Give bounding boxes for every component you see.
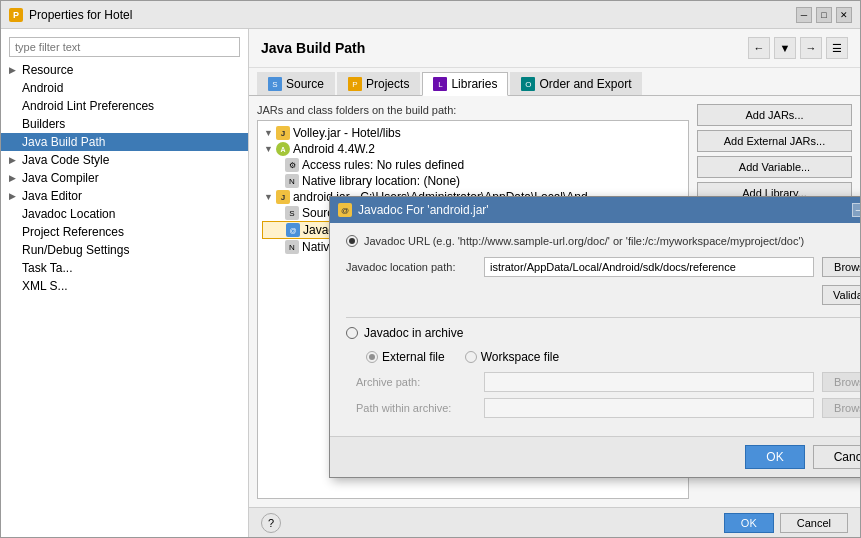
- external-file-option: External file: [366, 350, 445, 364]
- validate-button[interactable]: Validate...: [822, 285, 860, 305]
- tree-item[interactable]: ▼ A Android 4.4W.2: [262, 141, 684, 157]
- dialog-cancel-button[interactable]: Cancel: [813, 445, 860, 469]
- content-area: JARs and class folders on the build path…: [249, 96, 860, 507]
- archive-section: Archive path: Browse... Path within arch…: [346, 372, 860, 418]
- main-content: Java Build Path ← ▼ → ☰ S Source P Proj: [249, 29, 860, 537]
- main-ok-button[interactable]: OK: [724, 513, 774, 533]
- dialog-ok-button[interactable]: OK: [745, 445, 804, 469]
- maximize-button[interactable]: □: [816, 7, 832, 23]
- native-icon2: N: [285, 240, 299, 254]
- minimize-button[interactable]: ─: [796, 7, 812, 23]
- path-within-archive-browse-button: Browse...: [822, 398, 860, 418]
- tab-order-export-label: Order and Export: [539, 77, 631, 91]
- radio-archive-button[interactable]: [346, 327, 358, 339]
- window-icon: P: [9, 8, 23, 22]
- filter-input[interactable]: [9, 37, 240, 57]
- browse-button[interactable]: Browse...: [822, 257, 860, 277]
- add-external-jars-button[interactable]: Add External JARs...: [697, 130, 852, 152]
- archive-path-row: Archive path: Browse...: [356, 372, 860, 392]
- sidebar-item-java-compiler[interactable]: ▶ Java Compiler: [1, 169, 248, 187]
- workspace-file-radio[interactable]: [465, 351, 477, 363]
- tab-bar: S Source P Projects L Libraries O Order …: [249, 68, 860, 96]
- path-input[interactable]: [484, 257, 814, 277]
- tab-order-export[interactable]: O Order and Export: [510, 72, 642, 95]
- tree-arrow-icon: ▼: [264, 192, 273, 202]
- sidebar-item-android-lint[interactable]: Android Lint Preferences: [1, 97, 248, 115]
- dropdown-button[interactable]: ▼: [774, 37, 796, 59]
- tree-item[interactable]: ▼ J Volley.jar - Hotel/libs: [262, 125, 684, 141]
- native-icon: N: [285, 174, 299, 188]
- sidebar-item-builders[interactable]: Builders: [1, 115, 248, 133]
- tab-source[interactable]: S Source: [257, 72, 335, 95]
- menu-button[interactable]: ☰: [826, 37, 848, 59]
- sidebar-item-label: Javadoc Location: [22, 207, 115, 221]
- sidebar-item-label: Java Code Style: [22, 153, 109, 167]
- path-within-archive-input: [484, 398, 814, 418]
- workspace-file-label: Workspace file: [481, 350, 559, 364]
- sidebar-item-label: Run/Debug Settings: [22, 243, 129, 257]
- sidebar-item-label: Java Editor: [22, 189, 82, 203]
- title-bar: P Properties for Hotel ─ □ ✕: [1, 1, 860, 29]
- tree-item-label: Native library location: (None): [302, 174, 460, 188]
- arrow-icon: ▶: [9, 155, 19, 165]
- tab-libraries[interactable]: L Libraries: [422, 72, 508, 96]
- radio-archive-label: Javadoc in archive: [364, 326, 463, 340]
- sidebar-item-run-debug[interactable]: Run/Debug Settings: [1, 241, 248, 259]
- arrow-icon: ▶: [9, 191, 19, 201]
- tab-libraries-label: Libraries: [451, 77, 497, 91]
- close-button[interactable]: ✕: [836, 7, 852, 23]
- radio-archive-group: Javadoc in archive: [346, 326, 860, 340]
- sidebar-item-android[interactable]: Android: [1, 79, 248, 97]
- dialog-title-buttons: ─ □ ✕: [852, 203, 860, 217]
- back-button[interactable]: ←: [748, 37, 770, 59]
- sidebar-item-label: Java Compiler: [22, 171, 99, 185]
- libraries-tab-icon: L: [433, 77, 447, 91]
- window-title: Properties for Hotel: [29, 8, 132, 22]
- tree-item[interactable]: ⚙ Access rules: No rules defined: [262, 157, 684, 173]
- add-variable-button[interactable]: Add Variable...: [697, 156, 852, 178]
- path-row: Javadoc location path: Browse...: [346, 257, 860, 277]
- tree-item-label: Access rules: No rules defined: [302, 158, 464, 172]
- tab-projects-label: Projects: [366, 77, 409, 91]
- dialog-title: Javadoc For 'android.jar': [358, 203, 489, 217]
- nav-icons: ← ▼ → ☰: [748, 37, 848, 59]
- tree-item[interactable]: N Native library location: (None): [262, 173, 684, 189]
- sidebar-item-xml[interactable]: XML S...: [1, 277, 248, 295]
- content-header: Java Build Path ← ▼ → ☰: [249, 29, 860, 68]
- sidebar-item-label: Java Build Path: [22, 135, 105, 149]
- sidebar-item-java-code-style[interactable]: ▶ Java Code Style: [1, 151, 248, 169]
- path-label: Javadoc location path:: [346, 261, 476, 273]
- radio-url-button[interactable]: [346, 235, 358, 247]
- external-file-radio[interactable]: [366, 351, 378, 363]
- sidebar-item-label: Android: [22, 81, 63, 95]
- sidebar-item-label: Android Lint Preferences: [22, 99, 154, 113]
- dialog-body: Javadoc URL (e.g. 'http://www.sample-url…: [330, 223, 860, 436]
- sidebar-item-java-build-path[interactable]: Java Build Path: [1, 133, 248, 151]
- sidebar-item-task-tags[interactable]: Task Ta...: [1, 259, 248, 277]
- archive-browse-button: Browse...: [822, 372, 860, 392]
- tab-projects[interactable]: P Projects: [337, 72, 420, 95]
- main-cancel-button[interactable]: Cancel: [780, 513, 848, 533]
- tab-source-label: Source: [286, 77, 324, 91]
- archive-path-input: [484, 372, 814, 392]
- title-bar-left: P Properties for Hotel: [9, 8, 132, 22]
- sidebar-item-label: Builders: [22, 117, 65, 131]
- rules-icon: ⚙: [285, 158, 299, 172]
- sidebar-item-label: Task Ta...: [22, 261, 72, 275]
- file-type-row: External file Workspace file: [366, 350, 860, 364]
- add-jars-button[interactable]: Add JARs...: [697, 104, 852, 126]
- help-icon[interactable]: ?: [261, 513, 281, 533]
- validate-row: Validate...: [346, 285, 860, 305]
- window-body: ▶ Resource Android Android Lint Preferen…: [1, 29, 860, 537]
- title-bar-buttons: ─ □ ✕: [796, 7, 852, 23]
- sidebar-item-project-references[interactable]: Project References: [1, 223, 248, 241]
- sidebar-item-java-editor[interactable]: ▶ Java Editor: [1, 187, 248, 205]
- bottom-buttons: OK Cancel: [724, 513, 848, 533]
- path-within-archive-label: Path within archive:: [356, 402, 476, 414]
- forward-button[interactable]: →: [800, 37, 822, 59]
- separator: [346, 317, 860, 318]
- dialog-footer: OK Cancel: [330, 436, 860, 477]
- sidebar-item-resource[interactable]: ▶ Resource: [1, 61, 248, 79]
- dialog-minimize-button[interactable]: ─: [852, 203, 860, 217]
- sidebar-item-javadoc-location[interactable]: Javadoc Location: [1, 205, 248, 223]
